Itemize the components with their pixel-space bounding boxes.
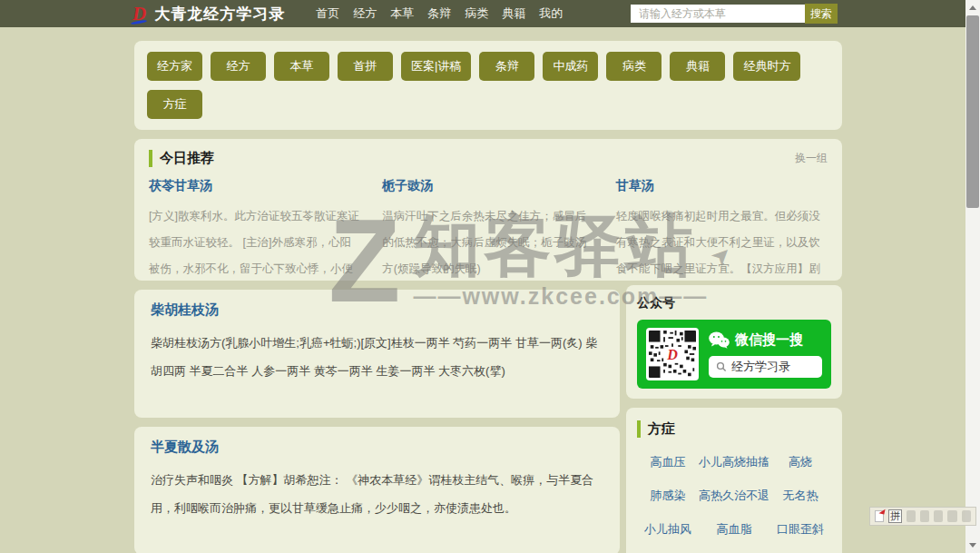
category-button-bencao[interactable]: 本草 <box>274 52 329 81</box>
scrollbar-up-arrow[interactable] <box>969 5 976 10</box>
fangzheng-link[interactable]: 口眼歪斜 <box>769 521 831 538</box>
wechat-search-label: 微信搜一搜 <box>735 331 803 349</box>
ime-icon[interactable] <box>934 510 943 522</box>
fangzheng-title: 方症 <box>637 420 675 438</box>
recommend-item-desc: 轻度咽喉疼痛初起时用之最宜。但必须没有寒热之表证和大便不利之里证，以及饮食不能下… <box>616 203 828 281</box>
nav-item-jingfang[interactable]: 经方 <box>353 5 377 22</box>
article-text: 柴胡桂枝汤方(乳腺小叶增生;乳癌+牡蛎;)[原文]桂枝一两半 芍药一两半 甘草一… <box>151 329 603 385</box>
category-button-shoupin[interactable]: 首拼 <box>338 52 393 81</box>
ime-icon[interactable] <box>947 510 956 522</box>
fangzheng-link[interactable]: 无名热 <box>769 488 831 504</box>
magnifier-icon <box>716 361 727 372</box>
main-content: 经方家 经方 本草 首拼 医案|讲稿 条辩 中成药 病类 典籍 经典时方 方症 … <box>134 41 842 553</box>
ime-icon[interactable] <box>962 510 971 522</box>
fangzheng-link[interactable]: 小儿抽风 <box>637 521 699 538</box>
search-input[interactable] <box>631 5 805 23</box>
nav-item-dianji[interactable]: 典籍 <box>502 5 525 22</box>
qr-code: D <box>646 328 699 380</box>
category-button-fangzheng[interactable]: 方症 <box>147 90 202 119</box>
recommend-item-title[interactable]: 栀子豉汤 <box>382 178 593 194</box>
recommend-item-title[interactable]: 甘草汤 <box>616 178 828 194</box>
article-card: 半夏散及汤 治疗失声和咽炎 【方解】胡希恕注： 《神农本草经》谓桂枝主结气、喉痹… <box>134 427 620 553</box>
search-bar: 搜索 <box>631 4 838 24</box>
nav-item-home[interactable]: 首页 <box>316 5 339 22</box>
ime-pinyin-mode-button[interactable]: 拼 <box>888 509 901 523</box>
category-button-jingfangjia[interactable]: 经方家 <box>147 52 202 81</box>
category-button-zhongchengyao[interactable]: 中成药 <box>543 52 598 81</box>
fangzheng-link[interactable]: 小儿高烧抽搐 <box>699 454 769 470</box>
ime-icon[interactable] <box>920 510 929 522</box>
sidebar: 公众号 <box>626 285 842 553</box>
category-button-dianji[interactable]: 典籍 <box>670 52 725 81</box>
wechat-account-name: 经方学习录 <box>731 359 790 375</box>
wechat-panel: 公众号 <box>626 285 842 399</box>
recommend-item: 甘草汤 轻度咽喉疼痛初起时用之最宜。但必须没有寒热之表证和大便不利之里证，以及饮… <box>616 178 828 281</box>
main-nav: 首页 经方 本草 条辩 病类 典籍 我的 <box>316 5 563 22</box>
fangzheng-link[interactable]: 肺感染 <box>637 488 699 504</box>
today-recommend-panel: 今日推荐 换一组 茯苓甘草汤 [方义]散寒利水。此方治证较五苓散证寒证较重而水证… <box>134 139 842 281</box>
article-text: 治疗失声和咽炎 【方解】胡希恕注： 《神农本草经》谓桂枝主结气、喉痹，与半夏合用… <box>151 466 603 522</box>
wechat-follow-box: D 微信搜一搜 <box>637 320 831 389</box>
fangzheng-link[interactable]: 高血脂 <box>699 521 769 538</box>
wechat-panel-title: 公众号 <box>637 295 831 311</box>
fangzheng-link-grid: 高血压 小儿高烧抽搐 高烧 肺感染 高热久治不退 无名热 小儿抽风 高血脂 口眼… <box>637 454 831 553</box>
scrollbar-thumb[interactable] <box>966 15 979 208</box>
nav-item-bencao[interactable]: 本草 <box>390 5 414 22</box>
fangzheng-link[interactable]: 高血压 <box>637 454 699 470</box>
nav-item-binglei[interactable]: 病类 <box>465 5 488 22</box>
ime-language-bar[interactable]: 拼 <box>869 507 976 526</box>
fangzheng-link[interactable]: 高烧 <box>769 454 831 470</box>
fangzheng-panel: 方症 高血压 小儿高烧抽搐 高烧 肺感染 高热久治不退 无名热 小儿抽风 高血脂… <box>626 408 842 553</box>
category-button-binglei[interactable]: 病类 <box>606 52 662 81</box>
fangzheng-link[interactable]: 高热久治不退 <box>699 488 769 504</box>
search-button[interactable]: 搜索 <box>805 4 838 24</box>
article-title[interactable]: 柴胡桂枝汤 <box>151 301 603 319</box>
site-logo-icon: D <box>132 5 146 24</box>
article-list: 柴胡桂枝汤 柴胡桂枝汤方(乳腺小叶增生;乳癌+牡蛎;)[原文]桂枝一两半 芍药一… <box>134 290 620 553</box>
recommend-item-title[interactable]: 茯苓甘草汤 <box>149 178 360 194</box>
ime-app-icon[interactable] <box>875 510 884 522</box>
article-card: 柴胡桂枝汤 柴胡桂枝汤方(乳腺小叶增生;乳癌+牡蛎;)[原文]桂枝一两半 芍药一… <box>134 290 620 418</box>
category-button-tiaobian[interactable]: 条辩 <box>479 52 534 81</box>
recommend-item: 茯苓甘草汤 [方义]散寒利水。此方治证较五苓散证寒证较重而水证较轻。 [主治]外… <box>149 178 360 281</box>
page-scrollbar[interactable] <box>965 0 980 553</box>
recommend-item-desc: [方义]散寒利水。此方治证较五苓散证寒证较重而水证较轻。 [主治]外感寒邪，心阳… <box>149 203 360 281</box>
recommend-item-desc: 温病汗吐下之后余热未尽之佳方；感冒后的低热不愈；大病后虚烦失眠；栀子豉汤方(烦躁… <box>382 203 593 281</box>
nav-item-mine[interactable]: 我的 <box>539 5 563 22</box>
wechat-icon <box>709 331 730 349</box>
svg-text:D: D <box>666 347 678 362</box>
wechat-account-pill: 经方学习录 <box>709 356 822 378</box>
change-group-link[interactable]: 换一组 <box>795 151 828 166</box>
top-navbar: D 大青龙经方学习录 首页 经方 本草 条辩 病类 典籍 我的 搜索 <box>0 0 965 27</box>
category-button-yian[interactable]: 医案|讲稿 <box>401 52 471 81</box>
today-recommend-title: 今日推荐 <box>149 150 214 167</box>
category-button-jingdianshifang[interactable]: 经典时方 <box>733 52 800 81</box>
category-button-panel: 经方家 经方 本草 首拼 医案|讲稿 条辩 中成药 病类 典籍 经典时方 方症 <box>134 41 842 130</box>
site-title: 大青龙经方学习录 <box>154 4 285 25</box>
ime-icon[interactable] <box>906 510 916 522</box>
category-button-jingfang[interactable]: 经方 <box>211 52 266 81</box>
recommend-item: 栀子豉汤 温病汗吐下之后余热未尽之佳方；感冒后的低热不愈；大病后虚烦失眠；栀子豉… <box>382 178 593 281</box>
article-title[interactable]: 半夏散及汤 <box>151 439 603 456</box>
nav-item-tiaobian[interactable]: 条辩 <box>427 5 451 22</box>
scrollbar-down-arrow[interactable] <box>969 543 976 548</box>
